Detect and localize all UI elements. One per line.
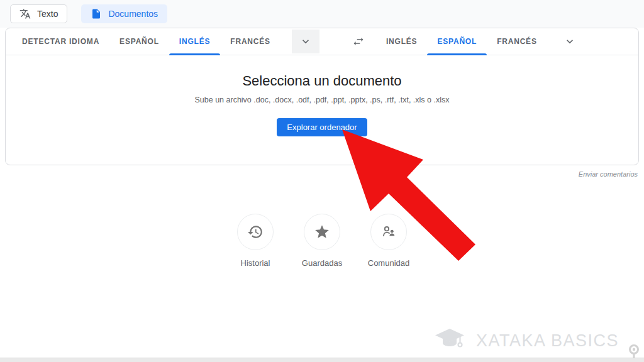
shortcuts-row: Historial Guardadas Comunidad	[0, 214, 644, 268]
text-mode-label: Texto	[37, 9, 58, 19]
chevron-down-icon	[564, 35, 576, 48]
source-tab-frances[interactable]: FRANCÉS	[220, 28, 280, 55]
target-tab-espanol[interactable]: ESPAÑOL	[427, 28, 487, 55]
community-icon	[370, 214, 407, 250]
documents-mode-label: Documentos	[108, 9, 158, 19]
document-icon	[91, 8, 102, 19]
community-label: Comunidad	[360, 258, 417, 268]
send-feedback-link[interactable]: Enviar comentarios	[579, 170, 638, 178]
upload-subtitle: Sube un archivo .doc, .docx, .odf, .pdf,…	[6, 96, 638, 104]
mode-switcher-bar: Texto Documentos	[0, 0, 644, 28]
language-tab-bar: DETECTAR IDIOMA ESPAÑOL INGLÉS FRANCÉS I…	[6, 28, 638, 55]
community-shortcut[interactable]: Comunidad	[360, 214, 417, 268]
saved-shortcut[interactable]: Guardadas	[294, 214, 350, 268]
documents-mode-button[interactable]: Documentos	[81, 4, 167, 23]
target-tab-frances[interactable]: FRANCÉS	[487, 28, 547, 55]
watermark-text: XATAKA BASICS	[476, 331, 619, 351]
saved-label: Guardadas	[294, 258, 350, 268]
text-mode-button[interactable]: Texto	[10, 4, 67, 23]
source-tab-espanol[interactable]: ESPAÑOL	[109, 28, 169, 55]
source-tab-ingles[interactable]: INGLÉS	[169, 28, 220, 55]
history-label: Historial	[227, 258, 284, 268]
bottom-scroll-strip[interactable]	[0, 358, 644, 362]
upload-title: Selecciona un documento	[6, 73, 638, 89]
browse-computer-button[interactable]: Explorar ordenador	[277, 118, 367, 136]
history-shortcut[interactable]: Historial	[227, 214, 284, 268]
translate-icon	[19, 8, 31, 19]
source-tab-detectar-idioma[interactable]: DETECTAR IDIOMA	[12, 28, 109, 55]
xataka-watermark: XATAKA BASICS	[435, 327, 619, 354]
target-tab-ingles[interactable]: INGLÉS	[376, 28, 427, 55]
document-upload-card: DETECTAR IDIOMA ESPAÑOL INGLÉS FRANCÉS I…	[5, 28, 639, 165]
chevron-down-icon	[299, 35, 312, 48]
graduation-cap-icon	[435, 327, 466, 354]
target-more-languages-button[interactable]	[556, 30, 584, 53]
swap-languages-button[interactable]	[346, 28, 371, 55]
star-icon	[304, 214, 340, 250]
pin-node-icon	[628, 344, 640, 361]
swap-horiz-icon	[353, 36, 364, 47]
source-more-languages-button[interactable]	[292, 30, 319, 53]
history-icon	[237, 214, 274, 250]
